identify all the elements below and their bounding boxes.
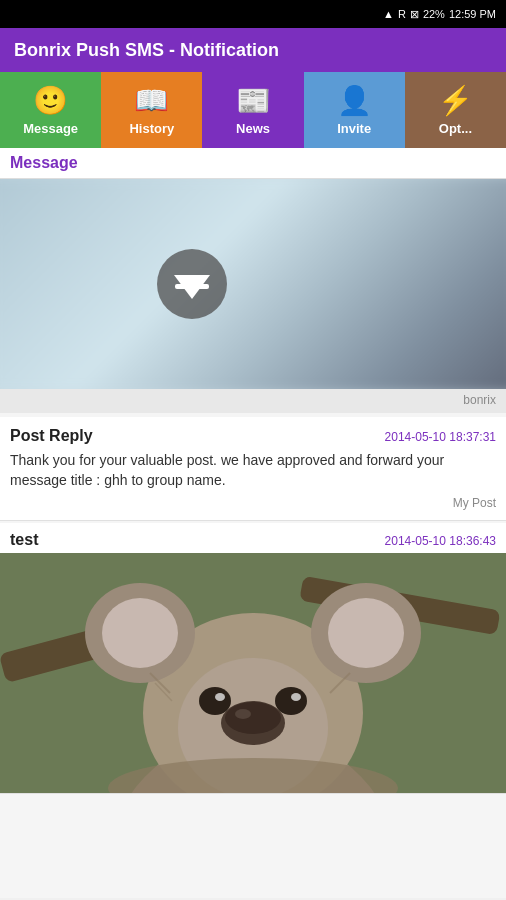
app-title: Bonrix Push SMS - Notification [14, 40, 279, 61]
news-tab-label: News [236, 121, 270, 136]
tab-message[interactable]: 🙂 Message [0, 72, 101, 148]
history-tab-icon: 📖 [134, 84, 169, 117]
card-image[interactable] [0, 179, 506, 389]
test-card[interactable]: test 2014-05-10 18:36:43 [0, 523, 506, 794]
wifi-icon: ▲ [383, 8, 394, 20]
koala-svg [0, 553, 506, 793]
message-tab-label: Message [23, 121, 78, 136]
svg-point-8 [328, 598, 404, 668]
time-display: 12:59 PM [449, 8, 496, 20]
status-icons: ▲ R ⊠ 22% 12:59 PM [383, 8, 496, 21]
invite-tab-icon: 👤 [337, 84, 372, 117]
message-tab-icon: 🙂 [33, 84, 68, 117]
svg-point-14 [275, 687, 307, 715]
svg-point-11 [225, 702, 281, 734]
post-reply-body: Thank you for your valuable post. we hav… [10, 451, 496, 490]
post-reply-title: Post Reply [10, 427, 93, 445]
history-tab-label: History [129, 121, 174, 136]
tab-bar: 🙂 Message 📖 History 📰 News 👤 Invite ⚡ Op… [0, 72, 506, 148]
image-download-card: bonrix [0, 179, 506, 413]
download-overlay[interactable] [157, 249, 227, 319]
svg-point-16 [291, 693, 301, 701]
signal-icon: R [398, 8, 406, 20]
koala-image [0, 553, 506, 793]
post-reply-date: 2014-05-10 18:37:31 [385, 430, 496, 444]
test-card-date: 2014-05-10 18:36:43 [385, 534, 496, 548]
title-bar: Bonrix Push SMS - Notification [0, 28, 506, 72]
signal-bars: ⊠ [410, 8, 419, 21]
svg-point-15 [215, 693, 225, 701]
tab-history[interactable]: 📖 History [101, 72, 202, 148]
card-footer: bonrix [0, 389, 506, 413]
section-title: Message [10, 154, 78, 171]
test-card-title: test [10, 531, 38, 549]
options-tab-label: Opt... [439, 121, 472, 136]
tab-options[interactable]: ⚡ Opt... [405, 72, 506, 148]
invite-tab-label: Invite [337, 121, 371, 136]
card-sender: bonrix [463, 393, 496, 407]
blurred-background [0, 179, 506, 389]
options-tab-icon: ⚡ [438, 84, 473, 117]
main-content: bonrix Post Reply 2014-05-10 18:37:31 Th… [0, 179, 506, 898]
post-reply-header: Post Reply 2014-05-10 18:37:31 [10, 427, 496, 445]
test-card-header: test 2014-05-10 18:36:43 [0, 523, 506, 553]
svg-point-13 [199, 687, 231, 715]
download-bar-icon [175, 284, 209, 289]
svg-point-12 [235, 709, 251, 719]
post-reply-card[interactable]: Post Reply 2014-05-10 18:37:31 Thank you… [0, 417, 506, 521]
news-tab-icon: 📰 [236, 84, 271, 117]
status-bar: ▲ R ⊠ 22% 12:59 PM [0, 0, 506, 28]
tab-news[interactable]: 📰 News [202, 72, 303, 148]
post-reply-attribution: My Post [10, 496, 496, 510]
section-header: Message [0, 148, 506, 179]
tab-invite[interactable]: 👤 Invite [304, 72, 405, 148]
battery-text: 22% [423, 8, 445, 20]
svg-point-6 [102, 598, 178, 668]
